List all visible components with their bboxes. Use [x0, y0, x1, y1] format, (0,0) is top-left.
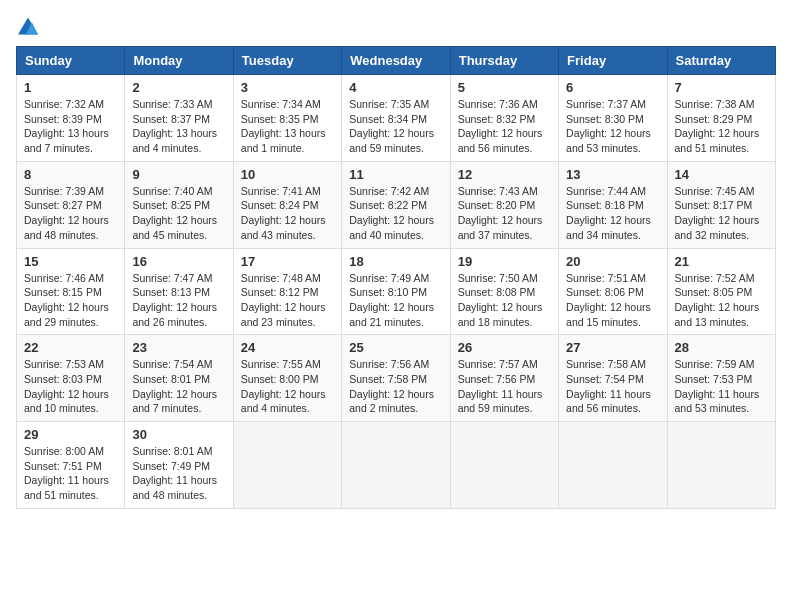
calendar-day: 2 Sunrise: 7:33 AM Sunset: 8:37 PM Dayli…: [125, 75, 233, 162]
day-info: Sunrise: 7:34 AM Sunset: 8:35 PM Dayligh…: [241, 97, 334, 156]
weekday-header-sunday: Sunday: [17, 47, 125, 75]
weekday-header-thursday: Thursday: [450, 47, 558, 75]
calendar-day: 11 Sunrise: 7:42 AM Sunset: 8:22 PM Dayl…: [342, 161, 450, 248]
logo-icon: [16, 16, 40, 36]
calendar-day: 29 Sunrise: 8:00 AM Sunset: 7:51 PM Dayl…: [17, 422, 125, 509]
calendar-day: 4 Sunrise: 7:35 AM Sunset: 8:34 PM Dayli…: [342, 75, 450, 162]
day-info: Sunrise: 7:38 AM Sunset: 8:29 PM Dayligh…: [675, 97, 768, 156]
day-info: Sunrise: 7:39 AM Sunset: 8:27 PM Dayligh…: [24, 184, 117, 243]
day-number: 7: [675, 80, 768, 95]
calendar-day: 3 Sunrise: 7:34 AM Sunset: 8:35 PM Dayli…: [233, 75, 341, 162]
day-info: Sunrise: 7:50 AM Sunset: 8:08 PM Dayligh…: [458, 271, 551, 330]
day-number: 8: [24, 167, 117, 182]
calendar-day: [559, 422, 667, 509]
day-number: 27: [566, 340, 659, 355]
calendar-day: 1 Sunrise: 7:32 AM Sunset: 8:39 PM Dayli…: [17, 75, 125, 162]
day-info: Sunrise: 8:01 AM Sunset: 7:49 PM Dayligh…: [132, 444, 225, 503]
day-info: Sunrise: 7:57 AM Sunset: 7:56 PM Dayligh…: [458, 357, 551, 416]
day-number: 24: [241, 340, 334, 355]
day-number: 20: [566, 254, 659, 269]
day-number: 19: [458, 254, 551, 269]
day-info: Sunrise: 7:52 AM Sunset: 8:05 PM Dayligh…: [675, 271, 768, 330]
calendar-day: 14 Sunrise: 7:45 AM Sunset: 8:17 PM Dayl…: [667, 161, 775, 248]
weekday-header-wednesday: Wednesday: [342, 47, 450, 75]
day-number: 13: [566, 167, 659, 182]
day-info: Sunrise: 7:47 AM Sunset: 8:13 PM Dayligh…: [132, 271, 225, 330]
calendar-day: 17 Sunrise: 7:48 AM Sunset: 8:12 PM Dayl…: [233, 248, 341, 335]
day-info: Sunrise: 7:35 AM Sunset: 8:34 PM Dayligh…: [349, 97, 442, 156]
day-info: Sunrise: 7:51 AM Sunset: 8:06 PM Dayligh…: [566, 271, 659, 330]
day-info: Sunrise: 8:00 AM Sunset: 7:51 PM Dayligh…: [24, 444, 117, 503]
calendar-day: 28 Sunrise: 7:59 AM Sunset: 7:53 PM Dayl…: [667, 335, 775, 422]
calendar-table: SundayMondayTuesdayWednesdayThursdayFrid…: [16, 46, 776, 509]
calendar-day: 27 Sunrise: 7:58 AM Sunset: 7:54 PM Dayl…: [559, 335, 667, 422]
day-number: 6: [566, 80, 659, 95]
calendar-day: 23 Sunrise: 7:54 AM Sunset: 8:01 PM Dayl…: [125, 335, 233, 422]
day-info: Sunrise: 7:59 AM Sunset: 7:53 PM Dayligh…: [675, 357, 768, 416]
calendar-week-3: 15 Sunrise: 7:46 AM Sunset: 8:15 PM Dayl…: [17, 248, 776, 335]
calendar-day: [450, 422, 558, 509]
calendar-day: 6 Sunrise: 7:37 AM Sunset: 8:30 PM Dayli…: [559, 75, 667, 162]
weekday-header-tuesday: Tuesday: [233, 47, 341, 75]
calendar-day: 19 Sunrise: 7:50 AM Sunset: 8:08 PM Dayl…: [450, 248, 558, 335]
day-number: 29: [24, 427, 117, 442]
page-header: [16, 16, 776, 36]
day-info: Sunrise: 7:54 AM Sunset: 8:01 PM Dayligh…: [132, 357, 225, 416]
day-number: 25: [349, 340, 442, 355]
day-number: 26: [458, 340, 551, 355]
calendar-day: 7 Sunrise: 7:38 AM Sunset: 8:29 PM Dayli…: [667, 75, 775, 162]
calendar-week-1: 1 Sunrise: 7:32 AM Sunset: 8:39 PM Dayli…: [17, 75, 776, 162]
calendar-day: 18 Sunrise: 7:49 AM Sunset: 8:10 PM Dayl…: [342, 248, 450, 335]
calendar-day: 10 Sunrise: 7:41 AM Sunset: 8:24 PM Dayl…: [233, 161, 341, 248]
weekday-header-friday: Friday: [559, 47, 667, 75]
day-number: 17: [241, 254, 334, 269]
calendar-week-4: 22 Sunrise: 7:53 AM Sunset: 8:03 PM Dayl…: [17, 335, 776, 422]
calendar-week-2: 8 Sunrise: 7:39 AM Sunset: 8:27 PM Dayli…: [17, 161, 776, 248]
calendar-day: 15 Sunrise: 7:46 AM Sunset: 8:15 PM Dayl…: [17, 248, 125, 335]
calendar-day: [233, 422, 341, 509]
day-number: 16: [132, 254, 225, 269]
weekday-header-saturday: Saturday: [667, 47, 775, 75]
day-number: 4: [349, 80, 442, 95]
calendar-header-row: SundayMondayTuesdayWednesdayThursdayFrid…: [17, 47, 776, 75]
calendar-day: 22 Sunrise: 7:53 AM Sunset: 8:03 PM Dayl…: [17, 335, 125, 422]
calendar-day: 5 Sunrise: 7:36 AM Sunset: 8:32 PM Dayli…: [450, 75, 558, 162]
calendar-day: 8 Sunrise: 7:39 AM Sunset: 8:27 PM Dayli…: [17, 161, 125, 248]
day-number: 3: [241, 80, 334, 95]
calendar-day: 13 Sunrise: 7:44 AM Sunset: 8:18 PM Dayl…: [559, 161, 667, 248]
day-info: Sunrise: 7:42 AM Sunset: 8:22 PM Dayligh…: [349, 184, 442, 243]
calendar-day: 25 Sunrise: 7:56 AM Sunset: 7:58 PM Dayl…: [342, 335, 450, 422]
day-number: 21: [675, 254, 768, 269]
day-number: 9: [132, 167, 225, 182]
day-info: Sunrise: 7:37 AM Sunset: 8:30 PM Dayligh…: [566, 97, 659, 156]
weekday-header-monday: Monday: [125, 47, 233, 75]
calendar-day: [342, 422, 450, 509]
day-number: 28: [675, 340, 768, 355]
calendar-day: 21 Sunrise: 7:52 AM Sunset: 8:05 PM Dayl…: [667, 248, 775, 335]
calendar-day: 9 Sunrise: 7:40 AM Sunset: 8:25 PM Dayli…: [125, 161, 233, 248]
day-info: Sunrise: 7:58 AM Sunset: 7:54 PM Dayligh…: [566, 357, 659, 416]
calendar-day: 30 Sunrise: 8:01 AM Sunset: 7:49 PM Dayl…: [125, 422, 233, 509]
day-info: Sunrise: 7:40 AM Sunset: 8:25 PM Dayligh…: [132, 184, 225, 243]
calendar-day: 16 Sunrise: 7:47 AM Sunset: 8:13 PM Dayl…: [125, 248, 233, 335]
day-number: 30: [132, 427, 225, 442]
day-info: Sunrise: 7:32 AM Sunset: 8:39 PM Dayligh…: [24, 97, 117, 156]
day-number: 14: [675, 167, 768, 182]
day-info: Sunrise: 7:41 AM Sunset: 8:24 PM Dayligh…: [241, 184, 334, 243]
day-number: 15: [24, 254, 117, 269]
day-info: Sunrise: 7:49 AM Sunset: 8:10 PM Dayligh…: [349, 271, 442, 330]
day-number: 18: [349, 254, 442, 269]
day-number: 2: [132, 80, 225, 95]
day-info: Sunrise: 7:56 AM Sunset: 7:58 PM Dayligh…: [349, 357, 442, 416]
day-info: Sunrise: 7:55 AM Sunset: 8:00 PM Dayligh…: [241, 357, 334, 416]
day-number: 23: [132, 340, 225, 355]
calendar-week-5: 29 Sunrise: 8:00 AM Sunset: 7:51 PM Dayl…: [17, 422, 776, 509]
calendar-day: [667, 422, 775, 509]
day-info: Sunrise: 7:33 AM Sunset: 8:37 PM Dayligh…: [132, 97, 225, 156]
calendar-day: 24 Sunrise: 7:55 AM Sunset: 8:00 PM Dayl…: [233, 335, 341, 422]
day-number: 1: [24, 80, 117, 95]
day-number: 10: [241, 167, 334, 182]
day-info: Sunrise: 7:44 AM Sunset: 8:18 PM Dayligh…: [566, 184, 659, 243]
calendar-day: 12 Sunrise: 7:43 AM Sunset: 8:20 PM Dayl…: [450, 161, 558, 248]
day-info: Sunrise: 7:48 AM Sunset: 8:12 PM Dayligh…: [241, 271, 334, 330]
